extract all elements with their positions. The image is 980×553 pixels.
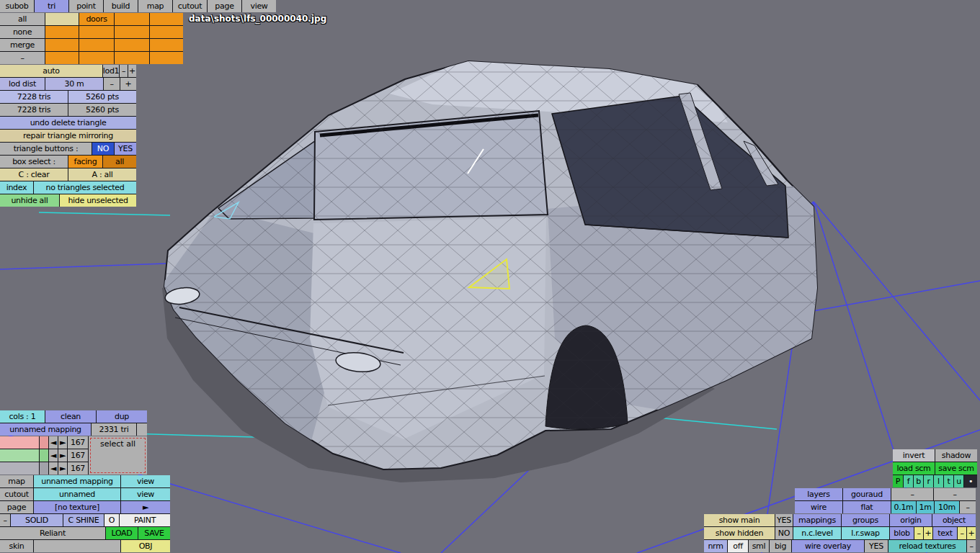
- select-all-button[interactable]: select all: [89, 436, 147, 475]
- groups-button[interactable]: groups: [842, 514, 889, 526]
- shadow-button[interactable]: shadow: [935, 449, 977, 462]
- subob-grid-cell[interactable]: [115, 26, 149, 38]
- nrm-sml-button[interactable]: sml: [749, 540, 769, 552]
- save-button[interactable]: SAVE: [138, 527, 170, 539]
- box-select-facing-button[interactable]: facing: [68, 156, 102, 168]
- dash-button[interactable]: –: [967, 540, 976, 552]
- subob-grid-cell[interactable]: [79, 26, 114, 38]
- menu-tri[interactable]: tri: [35, 0, 68, 12]
- mappings-button[interactable]: mappings: [793, 514, 841, 526]
- swatch-next-button[interactable]: ►: [58, 436, 67, 449]
- nc-level-button[interactable]: n.c.level: [793, 527, 841, 539]
- subob-grid-cell-doors[interactable]: doors: [79, 13, 114, 25]
- flat-button[interactable]: flat: [843, 501, 891, 513]
- cutout-value-button[interactable]: unnamed: [34, 488, 120, 500]
- swatch-color-alt[interactable]: [40, 449, 48, 462]
- subob-dash-button[interactable]: –: [0, 52, 45, 64]
- material-minus-button[interactable]: –: [0, 514, 10, 526]
- subob-grid-cell[interactable]: [150, 52, 183, 64]
- subob-grid-cell[interactable]: [45, 52, 79, 64]
- swatch-prev-button[interactable]: ◄: [49, 462, 58, 475]
- text-minus-button[interactable]: –: [958, 527, 966, 539]
- map-view-button[interactable]: view: [121, 475, 170, 487]
- swatch-next-button[interactable]: ►: [58, 449, 67, 462]
- view-r-button[interactable]: r: [924, 475, 933, 487]
- subob-grid-cell[interactable]: [45, 26, 79, 38]
- menu-build[interactable]: build: [104, 0, 138, 12]
- blob-minus-button[interactable]: –: [914, 527, 923, 539]
- triangle-buttons-yes-button[interactable]: YES: [115, 143, 136, 155]
- cutout-tab[interactable]: cutout: [0, 488, 33, 500]
- lod1-button[interactable]: lod1: [103, 65, 119, 77]
- skin-tab[interactable]: skin: [0, 540, 33, 552]
- subob-grid-cell[interactable]: [150, 39, 183, 51]
- select-all-triangles-button[interactable]: A : all: [68, 168, 136, 181]
- view-p-button[interactable]: P: [893, 475, 903, 487]
- menu-map[interactable]: map: [138, 0, 172, 12]
- swatch-color[interactable]: [0, 462, 39, 475]
- nrm-big-button[interactable]: big: [770, 540, 791, 552]
- load-scm-button[interactable]: load scm: [893, 462, 935, 475]
- map-value-button[interactable]: unnamed mapping: [34, 475, 120, 487]
- swatch-color[interactable]: [0, 436, 39, 449]
- triangle-buttons-no-button[interactable]: NO: [92, 143, 114, 155]
- swatch-color-alt[interactable]: [40, 462, 48, 475]
- view-f-button[interactable]: f: [904, 475, 913, 487]
- obj-button[interactable]: OBJ: [121, 540, 170, 552]
- grid-1m-button[interactable]: 1m: [917, 501, 934, 513]
- layers-button[interactable]: layers: [795, 488, 842, 500]
- box-select-all-button[interactable]: all: [103, 156, 136, 168]
- subob-grid-cell[interactable]: [79, 39, 114, 51]
- page-texture-button[interactable]: [no texture]: [34, 501, 120, 513]
- dup-button[interactable]: dup: [97, 410, 147, 423]
- subob-grid-cell[interactable]: [45, 39, 79, 51]
- index-button[interactable]: index: [0, 181, 33, 194]
- save-scm-button[interactable]: save scm: [935, 462, 977, 475]
- swatch-prev-button[interactable]: ◄: [49, 449, 58, 462]
- show-hidden-toggle[interactable]: NO: [775, 527, 793, 539]
- load-button[interactable]: LOAD: [106, 527, 138, 539]
- menu-page[interactable]: page: [208, 0, 241, 12]
- object-name-button[interactable]: Reliant: [0, 527, 105, 539]
- lod-dist-plus-button[interactable]: +: [120, 78, 136, 90]
- mapping-name-button[interactable]: unnamed mapping: [0, 423, 91, 436]
- cutout-view-button[interactable]: view: [121, 488, 170, 500]
- map-tab[interactable]: map: [0, 475, 33, 487]
- lod-minus-button[interactable]: –: [120, 65, 128, 77]
- clear-selection-button[interactable]: C : clear: [0, 168, 68, 181]
- view-b-button[interactable]: b: [914, 475, 923, 487]
- paint-button[interactable]: PAINT: [120, 514, 170, 526]
- dash-button[interactable]: –: [960, 501, 976, 513]
- swatch-prev-button[interactable]: ◄: [49, 436, 58, 449]
- view-dot-button[interactable]: •: [964, 475, 977, 487]
- text-plus-button[interactable]: +: [967, 527, 976, 539]
- undo-delete-triangle-button[interactable]: undo delete triangle: [0, 117, 136, 129]
- page-tab[interactable]: page: [0, 501, 33, 513]
- lod-dist-minus-button[interactable]: –: [104, 78, 120, 90]
- o-button[interactable]: O: [104, 514, 119, 526]
- object-button[interactable]: object: [932, 514, 976, 526]
- menu-point[interactable]: point: [69, 0, 103, 12]
- origin-button[interactable]: origin: [890, 514, 932, 526]
- swatch-color[interactable]: [0, 449, 39, 462]
- cols-button[interactable]: cols : 1: [0, 410, 45, 423]
- reload-textures-button[interactable]: reload textures: [888, 540, 966, 552]
- menu-subob[interactable]: subob: [0, 0, 34, 12]
- wire-overlay-toggle[interactable]: YES: [865, 540, 888, 552]
- swatch-next-button[interactable]: ►: [58, 462, 67, 475]
- menu-cutout[interactable]: cutout: [173, 0, 207, 12]
- subob-merge-button[interactable]: merge: [0, 39, 45, 51]
- grid-01m-button[interactable]: 0.1m: [891, 501, 916, 513]
- nrm-off-button[interactable]: off: [728, 540, 748, 552]
- view-l-button[interactable]: l: [934, 475, 943, 487]
- invert-button[interactable]: invert: [893, 449, 935, 462]
- menu-view[interactable]: view: [242, 0, 276, 12]
- lr-swap-button[interactable]: l.r.swap: [842, 527, 889, 539]
- subob-none-button[interactable]: none: [0, 26, 45, 38]
- subob-grid-cell[interactable]: [115, 13, 149, 25]
- view-u-button[interactable]: u: [954, 475, 963, 487]
- page-next-button[interactable]: ►: [121, 501, 170, 513]
- dash-button[interactable]: –: [891, 488, 933, 500]
- nrm-button[interactable]: nrm: [704, 540, 727, 552]
- subob-grid-cell[interactable]: [150, 26, 183, 38]
